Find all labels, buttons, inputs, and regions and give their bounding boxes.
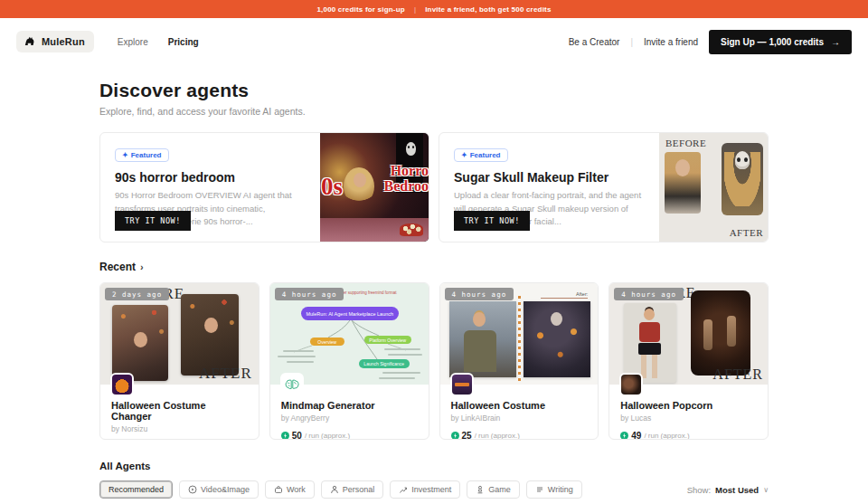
recent-heading[interactable]: Recent › <box>99 261 769 273</box>
agent-card-mindmap-generator[interactable]: 4 hours ago Open in Mindmap viewer suppo… <box>269 282 429 440</box>
sign-up-label: Sign Up — 1,000 credits <box>721 37 824 47</box>
price-suffix: / run (approx.) <box>644 432 689 440</box>
briefcase-icon <box>274 485 283 494</box>
price-suffix: / run (approx.) <box>305 432 350 440</box>
after-label: After: <box>541 291 588 299</box>
brand-logo[interactable]: MuleRun <box>16 31 94 52</box>
filter-chip-recommended[interactable]: Recommended <box>99 480 173 499</box>
person-icon <box>330 485 339 494</box>
featured-badge: ✦ Featured <box>454 148 508 162</box>
mindmap-node-overview: Overview <box>310 338 344 346</box>
promo-text-invite: Invite a friend, both get 500 credits <box>425 5 551 14</box>
chip-label: Game <box>488 485 511 494</box>
mindmap-node-launch: Launch Significance <box>359 359 410 368</box>
chip-label: Work <box>287 485 306 494</box>
filter-chip-writing[interactable]: Writing <box>526 480 582 499</box>
mindmap-node-platform: Platform Overview <box>364 336 411 344</box>
time-badge: 2 days ago <box>105 288 169 300</box>
mindmap-text-line <box>382 372 420 374</box>
mule-icon <box>23 35 36 48</box>
pawn-icon <box>476 485 485 494</box>
price-suffix: / run (approx.) <box>475 432 520 440</box>
invite-friend-link[interactable]: Invite a friend <box>644 37 698 47</box>
recent-heading-label: Recent <box>99 261 136 273</box>
featured-row: ✦ Featured 90s horror bedroom 90s Horror… <box>99 132 769 242</box>
agent-author: by AngryBerry <box>281 414 418 423</box>
agent-card-halloween-costume[interactable]: 4 hours ago Before: After: Halloween Cos… <box>439 282 599 440</box>
overlay-line3: Bedroo <box>384 179 429 195</box>
agent-card-halloween-costume-changer[interactable]: 2 days ago BEFORE AFTER Halloween Costum… <box>99 282 259 440</box>
card-image: 4 hours ago Open in Mindmap viewer suppo… <box>270 283 429 385</box>
jacket-shape <box>464 330 496 372</box>
clown-face-shape <box>551 312 562 326</box>
skull-face-shape <box>735 151 750 169</box>
after-photo <box>691 290 750 376</box>
chip-label: Writing <box>548 485 573 494</box>
be-a-creator-link[interactable]: Be a Creator <box>569 37 620 47</box>
price-value: 49 <box>631 431 641 440</box>
agent-card-halloween-popcorn[interactable]: 4 hours ago BEFORE AFTER Halloween Popco… <box>609 282 769 440</box>
overlay-text-horror-bedroom: Horro Bedroo <box>384 164 429 195</box>
promo-text-signup: 1,000 credits for sign-up <box>316 5 404 14</box>
main-nav: Explore Pricing <box>118 37 199 47</box>
skeleton-shape <box>727 316 736 347</box>
featured-badge-label: Featured <box>131 151 162 159</box>
mindmap-text-line <box>384 348 420 350</box>
face-shape <box>675 159 690 176</box>
nav-pricing[interactable]: Pricing <box>168 37 199 47</box>
featured-card-body: ✦ Featured 90s horror bedroom 90s Horror… <box>100 133 320 242</box>
popcorn-scene-avatar <box>619 373 643 396</box>
ornament-divider <box>518 296 521 381</box>
skull-eye <box>737 157 741 162</box>
sparkle-icon: ✦ <box>461 151 467 159</box>
mindmap-root-node: MuleRun: AI Agent Marketplace Launch <box>301 307 399 320</box>
featured-badge-label: Featured <box>470 151 501 159</box>
sort-value: Most Used <box>715 485 759 495</box>
filter-chip-work[interactable]: Work <box>265 480 315 499</box>
before-photo <box>112 305 168 381</box>
page-subtitle: Explore, find, and access your favorite … <box>99 106 769 117</box>
page-title: Discover agents <box>99 80 769 101</box>
brand-name: MuleRun <box>42 36 85 47</box>
after-label: AFTER <box>712 366 763 383</box>
sparkle-icon: ✦ <box>122 151 128 159</box>
ghost-eye <box>412 146 414 148</box>
ghost-face-shape <box>406 142 416 156</box>
lines-icon <box>535 485 544 494</box>
mindmap-text-line <box>278 356 316 357</box>
before-label: BEFORE <box>665 138 706 148</box>
show-sort-dropdown[interactable]: Show: Most Used ∨ <box>687 485 769 495</box>
mindmap-text-line <box>379 377 415 379</box>
time-badge: 4 hours ago <box>445 288 514 300</box>
agent-author: by Norsizu <box>111 424 248 433</box>
featured-badge: ✦ Featured <box>115 148 169 162</box>
filter-chip-video-image[interactable]: Video&Image <box>179 480 259 499</box>
halloween-poster-avatar <box>450 373 474 396</box>
filter-chips-row: Recommended Video&Image Work Personal In… <box>99 480 769 499</box>
mindmap-text-line <box>283 350 314 352</box>
face-shape <box>644 309 655 320</box>
time-badge: 4 hours ago <box>614 288 684 300</box>
agent-title: Halloween Popcorn <box>620 400 757 411</box>
price-value: 50 <box>292 431 302 440</box>
try-it-now-button[interactable]: TRY IT NOW! <box>115 211 191 231</box>
after-portrait <box>722 143 763 215</box>
featured-title: Sugar Skull Makeup Filter <box>454 170 645 185</box>
sign-up-button[interactable]: Sign Up — 1,000 credits → <box>709 30 852 54</box>
brain-icon <box>285 378 299 391</box>
featured-card-90s-horror[interactable]: ✦ Featured 90s horror bedroom 90s Horror… <box>99 132 429 242</box>
ghost-eye <box>408 146 410 148</box>
nav-explore[interactable]: Explore <box>118 37 148 47</box>
filter-chip-game[interactable]: Game <box>467 480 520 499</box>
filter-chip-investment[interactable]: Investment <box>390 480 460 499</box>
hero-section: Discover agents Explore, find, and acces… <box>99 80 769 117</box>
header-actions: Be a Creator | Invite a friend Sign Up —… <box>569 30 852 54</box>
featured-card-sugar-skull[interactable]: ✦ Featured Sugar Skull Makeup Filter Upl… <box>439 132 769 242</box>
bokeh-lights <box>181 294 239 376</box>
price-row: 50 / run (approx.) <box>281 431 418 440</box>
overlay-text-90s: 0s <box>321 173 343 201</box>
filter-chip-personal[interactable]: Personal <box>321 480 384 499</box>
try-it-now-button[interactable]: TRY IT NOW! <box>454 211 530 231</box>
agent-title: Mindmap Generator <box>281 400 418 411</box>
agent-title: Halloween Costume Changer <box>111 400 248 422</box>
